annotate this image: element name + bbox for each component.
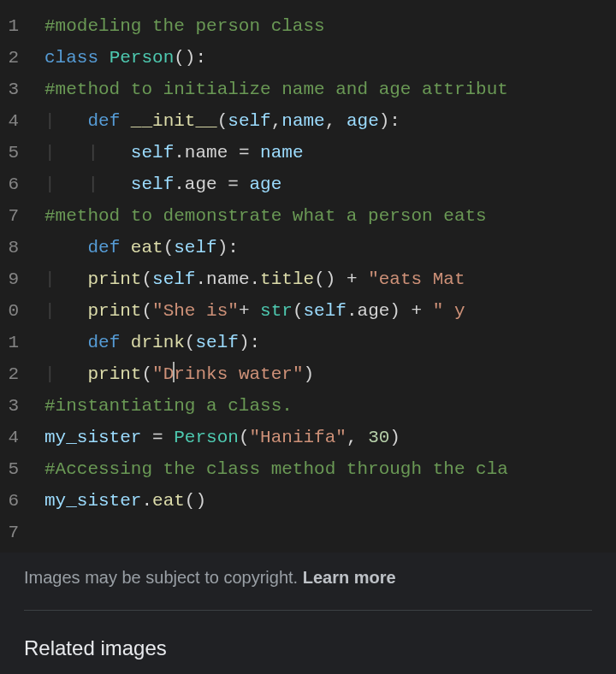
line-number: 7 [0, 200, 19, 232]
line-number-gutter: 12345678901234567 [0, 0, 27, 553]
code-line[interactable] [44, 517, 616, 548]
code-line[interactable]: #method to demonstrate what a person eat… [44, 200, 616, 232]
search-results-footer: Images may be subject to copyright. Lear… [0, 553, 616, 674]
code-line[interactable]: | | self.name = name [44, 137, 616, 168]
code-line[interactable]: | print(self.name.title() + "eats Mat [44, 263, 616, 295]
line-number: 5 [0, 453, 19, 485]
line-number: 5 [0, 137, 19, 168]
code-editor[interactable]: 12345678901234567 #modeling the person c… [0, 0, 616, 553]
code-line[interactable]: #instantiating a class. [44, 390, 616, 422]
line-number: 6 [0, 168, 19, 200]
line-number: 4 [0, 422, 19, 453]
copyright-notice: Images may be subject to copyright. Lear… [24, 568, 592, 611]
line-number: 2 [0, 42, 19, 74]
code-line[interactable]: #Accessing the class method through the … [44, 453, 616, 485]
line-number: 8 [0, 232, 19, 263]
line-number: 1 [0, 327, 19, 358]
line-number: 1 [0, 10, 19, 42]
code-line[interactable]: class Person(): [44, 42, 616, 74]
copyright-text: Images may be subject to copyright. [24, 568, 303, 587]
code-content[interactable]: #modeling the person classclass Person()… [27, 0, 616, 553]
line-number: 4 [0, 105, 19, 137]
code-line[interactable]: | def __init__(self,name, age): [44, 105, 616, 137]
code-line[interactable]: def drink(self): [44, 327, 616, 358]
code-line[interactable]: #method to initialize name and age attri… [44, 74, 616, 105]
code-line[interactable]: my_sister.eat() [44, 485, 616, 517]
line-number: 3 [0, 74, 19, 105]
line-number: 0 [0, 295, 19, 327]
related-images-heading: Related images [24, 611, 592, 660]
code-line[interactable]: | print("Drinks water") [44, 358, 616, 390]
line-number: 9 [0, 263, 19, 295]
code-line[interactable]: #modeling the person class [44, 10, 616, 42]
line-number: 7 [0, 517, 19, 548]
code-line[interactable]: def eat(self): [44, 232, 616, 263]
learn-more-link[interactable]: Learn more [303, 568, 396, 587]
code-line[interactable]: my_sister = Person("Haniifa", 30) [44, 422, 616, 453]
code-line[interactable]: | print("She is"+ str(self.age) + " y [44, 295, 616, 327]
line-number: 6 [0, 485, 19, 517]
line-number: 3 [0, 390, 19, 422]
line-number: 2 [0, 358, 19, 390]
text-cursor [173, 362, 175, 382]
code-line[interactable]: | | self.age = age [44, 168, 616, 200]
